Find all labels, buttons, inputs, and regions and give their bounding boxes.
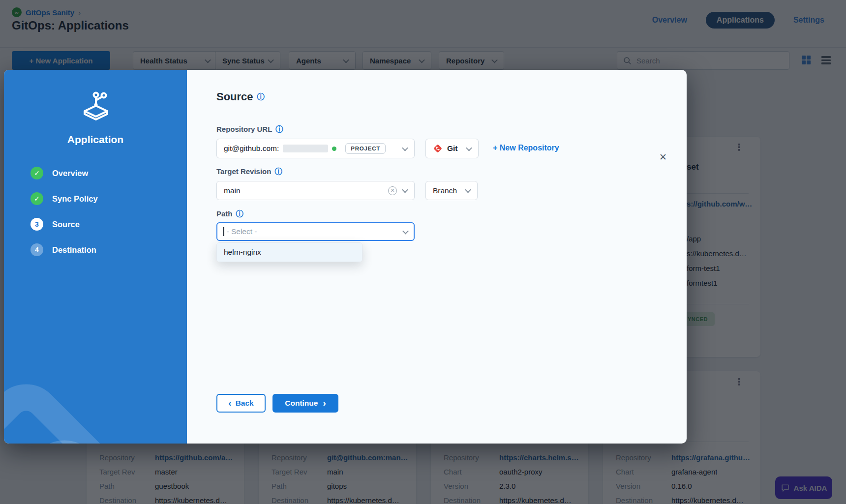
new-repository-link[interactable]: + New Repository xyxy=(493,144,559,152)
step-label: Source xyxy=(52,220,80,229)
step-destination[interactable]: 4 Destination xyxy=(30,243,98,256)
wizard-sidebar: Application ✓ Overview ✓ Sync Policy 3 S… xyxy=(4,70,187,444)
step-check-icon: ✓ xyxy=(30,167,43,179)
info-icon[interactable]: ⓘ xyxy=(274,168,282,176)
repository-url-label: Repository URL xyxy=(216,125,272,133)
path-placeholder: - Select - xyxy=(227,227,257,236)
chevron-right-icon: › xyxy=(323,398,326,408)
chevron-down-icon xyxy=(402,145,408,151)
target-revision-value: main xyxy=(224,186,241,195)
wizard-title: Application xyxy=(4,134,187,146)
step-overview[interactable]: ✓ Overview xyxy=(30,167,98,179)
step-label: Destination xyxy=(52,245,96,255)
application-icon xyxy=(79,89,113,124)
chevron-left-icon: ‹ xyxy=(228,398,231,408)
repo-type-select[interactable]: Git xyxy=(425,139,479,158)
screen: ∞ GitOps Sanity › GitOps: Applications O… xyxy=(0,0,846,504)
step-number: 3 xyxy=(30,218,43,231)
project-scope-badge: PROJECT xyxy=(345,143,386,154)
path-select[interactable]: - Select - xyxy=(216,222,415,241)
target-revision-label-row: Target Revision ⓘ xyxy=(216,167,282,176)
chevron-down-icon xyxy=(465,187,471,193)
path-label: Path xyxy=(216,209,233,218)
step-label: Overview xyxy=(52,169,88,178)
path-option-helm-nginx[interactable]: helm-nginx xyxy=(217,243,362,262)
path-options-dropdown: helm-nginx xyxy=(216,242,363,262)
redacted-repo-segment xyxy=(283,145,328,152)
revision-type-select[interactable]: Branch xyxy=(425,181,478,200)
watermark-diamond xyxy=(4,370,141,444)
new-application-wizard-modal: Application ✓ Overview ✓ Sync Policy 3 S… xyxy=(4,70,687,444)
chevron-down-icon xyxy=(466,145,472,151)
target-revision-label: Target Revision xyxy=(216,167,271,176)
wizard-steps: ✓ Overview ✓ Sync Policy 3 Source 4 Dest… xyxy=(30,167,98,269)
back-button[interactable]: ‹ Back xyxy=(216,394,266,413)
clear-icon[interactable]: ✕ xyxy=(388,186,397,195)
back-label: Back xyxy=(236,399,254,408)
repository-url-label-row: Repository URL ⓘ xyxy=(216,125,283,133)
repo-type-value: Git xyxy=(447,144,458,153)
info-icon[interactable]: ⓘ xyxy=(275,125,283,133)
chevron-down-icon xyxy=(402,228,409,234)
step-number: 4 xyxy=(30,243,43,256)
text-cursor xyxy=(223,227,224,236)
step-check-icon: ✓ xyxy=(30,192,43,205)
close-icon[interactable]: ✕ xyxy=(659,152,667,162)
step-label: Sync Policy xyxy=(52,194,98,204)
continue-button[interactable]: Continue › xyxy=(272,394,338,413)
info-icon[interactable]: ⓘ xyxy=(257,93,265,101)
revision-type-value: Branch xyxy=(433,186,457,195)
target-revision-select[interactable]: main ✕ xyxy=(216,181,415,200)
chevron-down-icon xyxy=(402,187,408,193)
modal-title-row: Source ⓘ xyxy=(216,90,265,103)
repository-url-select[interactable]: git@github.com: PROJECT xyxy=(216,139,415,158)
step-sync-policy[interactable]: ✓ Sync Policy xyxy=(30,192,98,205)
path-label-row: Path ⓘ xyxy=(216,209,244,218)
repo-status-dot xyxy=(332,147,336,151)
modal-title: Source xyxy=(216,90,253,103)
step-source[interactable]: 3 Source xyxy=(30,218,98,231)
continue-label: Continue xyxy=(285,399,318,408)
info-icon[interactable]: ⓘ xyxy=(236,210,244,218)
repository-url-value: git@github.com: xyxy=(224,144,279,153)
git-icon xyxy=(433,144,443,153)
